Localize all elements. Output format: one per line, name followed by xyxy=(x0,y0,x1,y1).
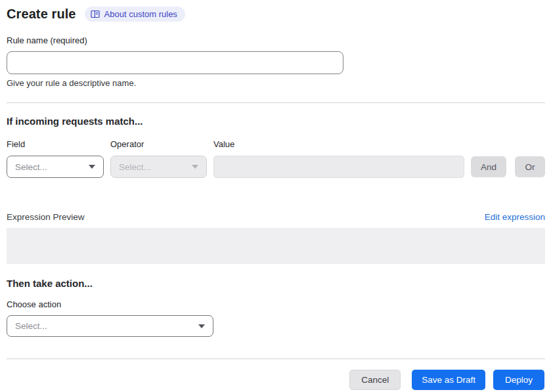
rule-name-section: Rule name (required) Give your rule a de… xyxy=(7,34,545,88)
chevron-down-icon xyxy=(198,324,205,328)
field-select-placeholder: Select... xyxy=(15,162,47,172)
match-labels-row: Field Operator Value xyxy=(7,139,545,149)
match-controls-row: Select... Select... And Or xyxy=(7,156,545,178)
field-select[interactable]: Select... xyxy=(7,156,104,178)
create-rule-page: Create rule About custom rules Rule name… xyxy=(0,0,551,392)
expression-preview-box xyxy=(7,228,545,264)
field-label: Field xyxy=(7,139,110,149)
choose-action-placeholder: Select... xyxy=(15,321,47,331)
action-section-heading: Then take action... xyxy=(7,278,545,289)
chevron-down-icon xyxy=(192,165,198,169)
rule-name-input[interactable] xyxy=(7,51,343,74)
and-button[interactable]: And xyxy=(471,156,506,177)
choose-action-select[interactable]: Select... xyxy=(7,315,213,337)
about-badge-label: About custom rules xyxy=(104,9,177,19)
chevron-down-icon xyxy=(89,165,95,169)
page-header: Create rule About custom rules xyxy=(7,7,545,22)
expression-preview-row: Expression Preview Edit expression xyxy=(7,212,545,222)
footer-divider xyxy=(7,359,545,359)
rule-name-label: Rule name (required) xyxy=(7,35,87,45)
match-section-heading: If incoming requests match... xyxy=(7,116,545,127)
operator-select-placeholder: Select... xyxy=(119,162,151,172)
value-input[interactable] xyxy=(213,156,464,178)
rule-name-helper-text: Give your rule a descriptive name. xyxy=(7,78,545,88)
save-as-draft-button[interactable]: Save as Draft xyxy=(412,370,485,390)
operator-select[interactable]: Select... xyxy=(110,156,207,178)
value-label: Value xyxy=(213,139,545,149)
page-title: Create rule xyxy=(7,7,76,22)
deploy-button[interactable]: Deploy xyxy=(493,370,544,390)
operator-label: Operator xyxy=(110,139,213,149)
footer-actions: Cancel Save as Draft Deploy xyxy=(7,370,545,390)
cancel-button[interactable]: Cancel xyxy=(349,370,401,390)
or-button[interactable]: Or xyxy=(515,156,545,177)
section-divider xyxy=(7,102,545,103)
edit-expression-link[interactable]: Edit expression xyxy=(485,212,545,222)
book-docs-icon xyxy=(91,10,100,18)
about-custom-rules-link[interactable]: About custom rules xyxy=(85,7,185,22)
expression-preview-label: Expression Preview xyxy=(7,212,85,222)
choose-action-label: Choose action xyxy=(7,299,545,309)
